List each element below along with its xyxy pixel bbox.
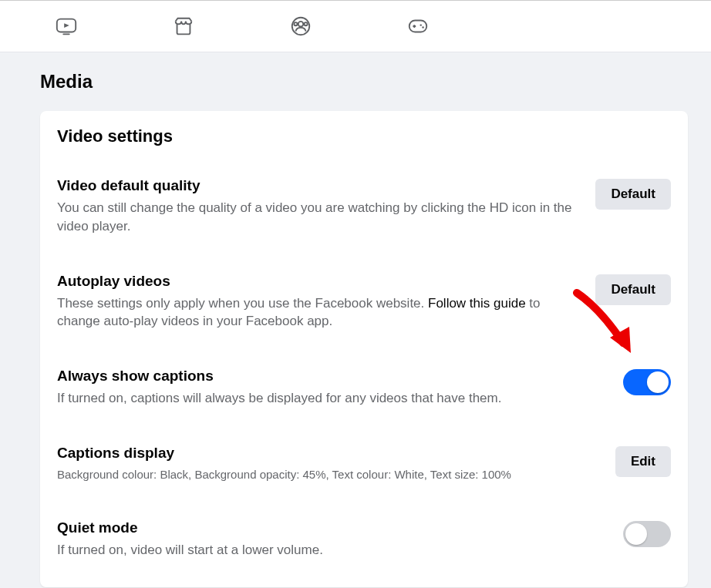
video-quality-label: Video default quality (57, 177, 577, 194)
marketplace-icon[interactable] (171, 14, 196, 39)
row-quiet-mode: Quiet mode If turned on, video will star… (57, 519, 671, 559)
page-body: Media Video settings Video default quali… (0, 52, 711, 588)
captions-desc: If turned on, captions will always be di… (57, 389, 605, 408)
captions-label: Always show captions (57, 368, 605, 385)
toggle-knob (625, 523, 647, 545)
row-captions-display-text: Captions display Background colour: Blac… (57, 445, 597, 482)
captions-display-edit-button[interactable]: Edit (615, 446, 671, 477)
card-title: Video settings (57, 126, 671, 146)
page-title: Media (40, 71, 688, 92)
captions-display-label: Captions display (57, 445, 597, 462)
video-quality-desc: You can still change the quality of a vi… (57, 199, 577, 236)
watch-icon[interactable] (54, 14, 79, 39)
row-captions: Always show captions If turned on, capti… (57, 368, 671, 408)
row-autoplay: Autoplay videos These settings only appl… (57, 273, 671, 331)
svg-point-3 (294, 22, 297, 25)
groups-icon[interactable] (288, 14, 313, 39)
row-captions-text: Always show captions If turned on, capti… (57, 368, 605, 408)
quiet-desc: If turned on, video will start at a lowe… (57, 541, 605, 559)
svg-point-2 (298, 22, 304, 27)
autoplay-label: Autoplay videos (57, 273, 577, 290)
autoplay-button[interactable]: Default (595, 274, 671, 305)
svg-point-6 (420, 24, 422, 25)
quiet-label: Quiet mode (57, 519, 605, 536)
autoplay-guide-link[interactable]: Follow this guide (428, 296, 526, 311)
row-autoplay-text: Autoplay videos These settings only appl… (57, 273, 577, 331)
gaming-icon[interactable] (406, 14, 430, 39)
video-quality-button[interactable]: Default (595, 179, 671, 210)
autoplay-desc-a: These settings only apply when you use t… (57, 296, 428, 311)
toggle-knob (647, 371, 669, 393)
autoplay-desc: These settings only apply when you use t… (57, 294, 577, 331)
row-quiet-text: Quiet mode If turned on, video will star… (57, 519, 605, 559)
quiet-mode-toggle[interactable] (623, 521, 671, 547)
svg-point-7 (422, 26, 423, 28)
top-nav (0, 0, 711, 52)
row-video-quality-text: Video default quality You can still chan… (57, 177, 577, 236)
svg-point-4 (305, 22, 308, 25)
captions-toggle[interactable] (623, 369, 671, 395)
svg-rect-5 (409, 21, 427, 32)
row-captions-display: Captions display Background colour: Blac… (57, 445, 671, 482)
row-video-quality: Video default quality You can still chan… (57, 177, 671, 236)
captions-display-desc: Background colour: Black, Background opa… (57, 466, 597, 482)
video-settings-card: Video settings Video default quality You… (40, 111, 688, 587)
